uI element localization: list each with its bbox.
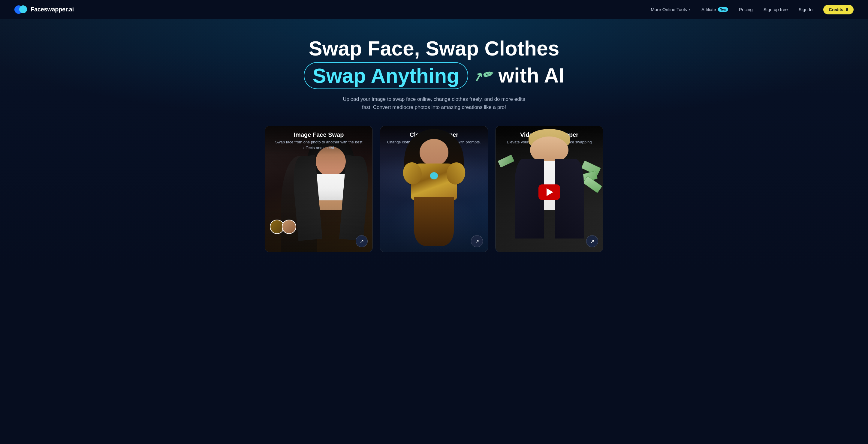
more-tools-link[interactable]: More Online Tools ▾ <box>651 7 691 12</box>
play-button[interactable] <box>538 185 560 200</box>
arrow-northeast-icon-3: ↗ <box>590 239 594 244</box>
chevron-down-icon: ▾ <box>689 7 691 11</box>
clothes-swapper-card[interactable]: Clothes Swapper Change clothes to alter … <box>380 126 488 252</box>
more-tools-label: More Online Tools <box>651 7 687 12</box>
hero-section: Swap Face, Swap Clothes Swap Anything ↗✏… <box>0 19 868 270</box>
hero-title-line1: Swap Face, Swap Clothes <box>309 37 559 60</box>
new-badge: New <box>718 7 728 12</box>
hero-subtitle: Upload your image to swap face online, c… <box>338 95 530 111</box>
logo-icon <box>14 4 28 15</box>
card-1-subtitle: Swap face from one photo to another with… <box>271 139 367 150</box>
arrow-doodle-icon: ↗✏ <box>472 67 495 85</box>
affiliate-link[interactable]: Affiliate New <box>702 7 728 12</box>
signup-link[interactable]: Sign up free <box>764 7 788 12</box>
video-face-swapper-card[interactable]: Video Face Swapper Elevate your videos w… <box>495 126 603 252</box>
credits-label: Credits: 6 <box>829 7 848 12</box>
arrow-northeast-icon: ↗ <box>360 239 364 244</box>
hero-title: Swap Face, Swap Clothes Swap Anything ↗✏… <box>14 37 854 89</box>
credits-button[interactable]: Credits: 6 <box>823 5 854 14</box>
pricing-label: Pricing <box>739 7 753 12</box>
with-ai-text: with AI <box>498 64 564 87</box>
card-1-header: Image Face Swap Swap face from one photo… <box>265 126 372 155</box>
signup-label: Sign up free <box>764 7 788 12</box>
signin-link[interactable]: Sign In <box>799 7 813 12</box>
play-triangle-icon <box>547 188 553 196</box>
face-thumbnails <box>270 220 294 234</box>
affiliate-label: Affiliate <box>702 7 716 12</box>
image-face-swap-card[interactable]: Image Face Swap Swap face from one photo… <box>265 126 373 252</box>
signin-label: Sign In <box>799 7 813 12</box>
navbar: Faceswapper.ai More Online Tools ▾ Affil… <box>0 0 868 19</box>
logo[interactable]: Faceswapper.ai <box>14 4 74 15</box>
swap-anything-highlight: Swap Anything <box>304 62 468 89</box>
feature-cards-row: Image Face Swap Swap face from one photo… <box>236 126 632 258</box>
hero-title-line2: Swap Anything ↗✏ with AI <box>14 62 854 89</box>
nav-links: More Online Tools ▾ Affiliate New Pricin… <box>651 5 854 14</box>
pricing-link[interactable]: Pricing <box>739 7 753 12</box>
arrow-northeast-icon-2: ↗ <box>475 239 479 244</box>
brand-name: Faceswapper.ai <box>31 6 74 13</box>
card-1-title: Image Face Swap <box>271 131 367 138</box>
